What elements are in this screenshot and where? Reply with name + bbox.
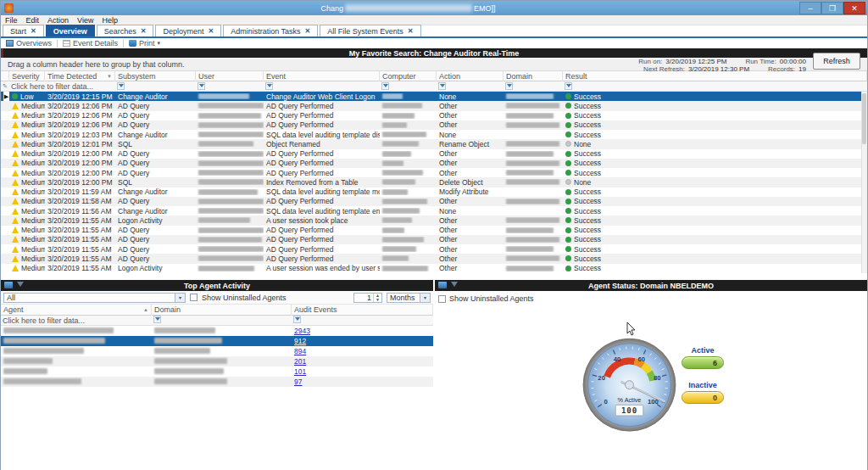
column-header-subsystem[interactable]: Subsystem: [115, 71, 196, 81]
panel-print-icon[interactable]: [4, 282, 13, 288]
agent-filter-dropdown[interactable]: All ▾: [3, 293, 186, 303]
agent-row[interactable]: 201: [1, 356, 433, 366]
active-count-pill[interactable]: 6: [682, 356, 724, 369]
event-row[interactable]: Medium3/20/2019 11:55 AMAD QueryAD Query…: [1, 226, 867, 235]
event-row[interactable]: Medium3/20/2019 11:56 AMChange AuditorSQ…: [1, 206, 867, 215]
tab-start[interactable]: Start✕: [3, 25, 44, 36]
period-unit-dropdown[interactable]: Months ▾: [387, 293, 431, 303]
filter-cell-result[interactable]: [563, 81, 867, 92]
event-row[interactable]: Medium3/20/2019 12:00 PMAD QueryAD Query…: [1, 149, 867, 159]
panel-filter-icon[interactable]: [451, 282, 458, 287]
event-row[interactable]: Medium3/20/2019 11:58 AMAD QueryAD Query…: [1, 197, 867, 206]
panel-print-icon[interactable]: [438, 282, 447, 288]
audit-events-link[interactable]: 894: [294, 347, 306, 355]
tab-searches[interactable]: Searches✕: [97, 25, 154, 36]
filter-cell-audit-events[interactable]: [292, 316, 433, 325]
agent-row[interactable]: 101: [1, 366, 433, 377]
tab-close-icon[interactable]: ✕: [209, 27, 214, 35]
tab-deployment[interactable]: Deployment✕: [155, 25, 221, 36]
show-uninstalled-checkbox[interactable]: [190, 294, 198, 301]
filter-funnel-icon[interactable]: [565, 82, 572, 90]
event-row[interactable]: Medium3/20/2019 12:00 PMAD QueryAD Query…: [1, 159, 867, 168]
filter-cell-subsystem[interactable]: [115, 81, 196, 92]
agent-row[interactable]: 894: [1, 346, 433, 356]
column-header-audit-events[interactable]: Audit Events: [292, 305, 433, 316]
event-row[interactable]: Medium3/20/2019 12:03 PMChange AuditorSQ…: [1, 130, 867, 139]
column-header-agent[interactable]: Agent ▲: [1, 305, 152, 316]
print-dropdown-icon[interactable]: ▾: [158, 40, 161, 47]
filter-funnel-icon[interactable]: [265, 82, 273, 90]
filter-funnel-icon[interactable]: [198, 82, 205, 90]
filter-cell-user[interactable]: [196, 81, 264, 92]
event-row[interactable]: Medium3/20/2019 11:55 AMAD QueryAD Query…: [1, 235, 867, 244]
tab-close-icon[interactable]: ✕: [31, 27, 36, 35]
menu-edit[interactable]: Edit: [26, 16, 40, 25]
audit-events-link[interactable]: 201: [294, 357, 306, 366]
event-row[interactable]: Medium3/20/2019 11:55 AMAD QueryAD Query…: [1, 254, 867, 263]
audit-events-link[interactable]: 101: [294, 367, 306, 376]
menu-action[interactable]: Action: [47, 16, 69, 25]
vertical-scrollbar[interactable]: [861, 92, 867, 273]
audit-events-link[interactable]: 97: [294, 378, 302, 386]
agent-filter-hint[interactable]: Click here to filter data...: [1, 316, 152, 325]
scrollbar-thumb[interactable]: [862, 93, 866, 144]
tab-close-icon[interactable]: ✕: [305, 27, 311, 35]
tab-close-icon[interactable]: ✕: [408, 27, 414, 35]
filter-funnel-icon[interactable]: [438, 82, 446, 90]
event-row[interactable]: Medium3/20/2019 12:06 PMAD QueryAD Query…: [1, 101, 867, 110]
audit-events-link[interactable]: 2943: [294, 327, 310, 335]
agent-row[interactable]: 912: [1, 336, 433, 346]
overviews-button[interactable]: Overviews: [6, 39, 52, 48]
filter-cell-computer[interactable]: [380, 81, 437, 92]
event-row[interactable]: ▶Low3/20/2019 12:15 PMChange AuditorChan…: [1, 92, 867, 101]
column-header-action[interactable]: Action: [437, 71, 504, 81]
dropdown-arrow-icon[interactable]: ▾: [175, 294, 185, 302]
event-row[interactable]: Medium3/20/2019 12:06 PMAD QueryAD Query…: [1, 111, 867, 120]
filter-cell-event[interactable]: [264, 81, 380, 92]
agent-row[interactable]: 2943: [1, 326, 433, 336]
maximize-button[interactable]: ❐: [821, 2, 843, 14]
filter-funnel-icon[interactable]: [293, 316, 301, 323]
column-header-event[interactable]: Event: [264, 71, 380, 81]
filter-funnel-icon[interactable]: [117, 82, 125, 90]
event-details-button[interactable]: Event Details: [63, 39, 118, 48]
refresh-button[interactable]: Refresh: [813, 53, 860, 70]
status-show-uninstalled-checkbox[interactable]: [438, 295, 446, 303]
column-header-agent-domain[interactable]: Domain: [152, 305, 292, 316]
event-row[interactable]: Medium3/20/2019 11:55 AMLogon ActivityA …: [1, 264, 867, 273]
column-header-user[interactable]: User: [196, 71, 264, 81]
tab-administration-tasks[interactable]: Administration Tasks✕: [223, 25, 318, 36]
filter-funnel-icon[interactable]: [153, 316, 161, 323]
menu-help[interactable]: Help: [102, 16, 118, 25]
event-row[interactable]: Medium3/20/2019 11:55 AMLogon ActivityA …: [1, 215, 867, 225]
column-header-time-detected[interactable]: Time Detected ▼: [45, 71, 115, 81]
panel-filter-icon[interactable]: [17, 282, 24, 287]
tab-all-file-system-events[interactable]: All File System Events✕: [320, 25, 420, 36]
column-header-computer[interactable]: Computer: [380, 71, 437, 81]
filter-hint[interactable]: Click here to filter data...: [9, 81, 115, 92]
filter-funnel-icon[interactable]: [505, 82, 513, 90]
minimize-button[interactable]: –: [799, 2, 821, 14]
spinner-buttons[interactable]: ▲▼: [373, 294, 381, 302]
period-spinner[interactable]: 1 ▲▼: [353, 293, 382, 303]
event-row[interactable]: Medium3/20/2019 11:59 AMChange AuditorSQ…: [1, 187, 867, 197]
filter-cell-domain[interactable]: [504, 81, 563, 92]
filter-cell-action[interactable]: [437, 81, 504, 92]
tab-close-icon[interactable]: ✕: [141, 27, 147, 35]
audit-events-link[interactable]: 912: [294, 337, 306, 345]
close-button[interactable]: ✕: [843, 2, 865, 14]
filter-cell-agent-domain[interactable]: [152, 316, 292, 325]
agent-row[interactable]: 97: [1, 377, 433, 387]
menu-view[interactable]: View: [77, 16, 93, 25]
event-row[interactable]: Medium3/20/2019 11:55 AMAD QueryAD Query…: [1, 244, 867, 254]
event-row[interactable]: Medium3/20/2019 12:01 PMSQLObject Rename…: [1, 139, 867, 148]
tab-overview[interactable]: Overview✕: [46, 25, 95, 36]
filter-funnel-icon[interactable]: [381, 82, 389, 90]
event-row[interactable]: Medium3/20/2019 12:00 PMAD QueryAD Query…: [1, 168, 867, 177]
event-row[interactable]: Medium3/20/2019 12:06 PMAD QueryAD Query…: [1, 120, 867, 130]
column-header-severity[interactable]: Severity: [9, 71, 45, 81]
event-row[interactable]: Medium3/20/2019 12:00 PMSQLIndex Removed…: [1, 177, 867, 187]
menu-file[interactable]: File: [5, 16, 18, 25]
print-button[interactable]: Print ▾: [129, 39, 160, 48]
dropdown-arrow-icon[interactable]: ▾: [420, 294, 430, 302]
